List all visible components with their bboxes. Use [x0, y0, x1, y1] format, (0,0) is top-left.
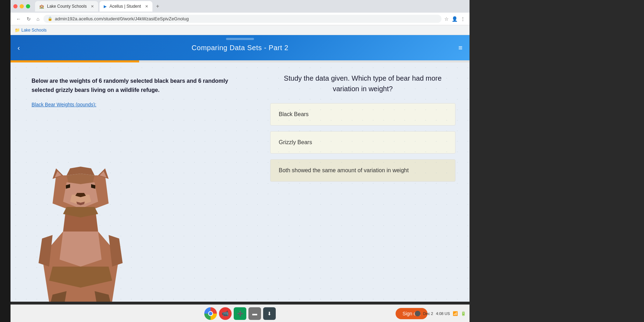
header-indicator [226, 38, 254, 40]
maximize-window-btn[interactable] [26, 4, 30, 8]
taskbar-circle-icon [415, 311, 420, 316]
svg-marker-14 [67, 174, 95, 184]
url-text: admin192a.acellus.com/student/0/work/J4k… [55, 16, 189, 21]
svg-marker-1 [60, 232, 102, 267]
bookmarks-bar: 📁 Lake Schools [11, 25, 470, 35]
taskbar-right-info: Dec 2 4:08 US 📶 🔋 [415, 311, 466, 316]
black-bear-label[interactable]: Black Bear Weights (pounds): [32, 102, 96, 107]
app-header: ‹ Comparing Data Sets - Part 2 ≡ [11, 35, 470, 60]
close-window-btn[interactable] [13, 4, 18, 8]
taskbar-date: Dec 2 [423, 311, 433, 316]
taskbar-chrome-icon[interactable] [204, 307, 217, 320]
menu-button[interactable]: ≡ [458, 44, 463, 52]
new-tab-btn[interactable]: + [154, 3, 161, 9]
answer-option-1[interactable]: Black Bears [270, 103, 456, 126]
answer-option-2-label: Grizzly Bears [279, 139, 312, 146]
taskbar-slides-icon[interactable]: ▬ [248, 307, 261, 320]
tab-close-icon[interactable]: ✕ [91, 4, 94, 9]
extensions-btn[interactable]: ☆ [444, 16, 449, 22]
left-border [0, 0, 11, 322]
taskbar-drive-icon[interactable]: ⬇ [263, 307, 276, 320]
back-nav-btn[interactable]: ← [15, 15, 22, 22]
tab-acellus-close-icon[interactable]: ✕ [145, 4, 148, 9]
address-bar: ← ↻ ⌂ 🔒 admin192a.acellus.com/student/0/… [11, 13, 470, 25]
wifi-icon: 📶 [453, 311, 458, 316]
answer-option-1-label: Black Bears [279, 111, 309, 118]
answer-option-2[interactable]: Grizzly Bears [270, 131, 456, 154]
profile-btn[interactable]: 👤 [452, 16, 458, 22]
bookmark-label[interactable]: Lake Schools [21, 28, 47, 33]
tab-acellus[interactable]: ▶ Acellus | Student ✕ [100, 1, 152, 12]
study-question: Study the data given. Which type of bear… [270, 73, 456, 94]
back-button[interactable]: ‹ [18, 44, 20, 52]
main-content: ‹ Comparing Data Sets - Part 2 ≡ Below a… [11, 35, 470, 302]
bookmark-icon: 📁 [15, 28, 20, 33]
question-area: Below are the weights of 6 randomly sele… [11, 62, 470, 302]
question-text: Below are the weights of 6 randomly sele… [32, 76, 249, 94]
right-background [470, 0, 644, 322]
taskbar-sheets-icon[interactable]: ➕ [234, 307, 246, 320]
home-btn[interactable]: ⌂ [35, 15, 41, 22]
tab-acellus-label: Acellus | Student [109, 4, 141, 9]
refresh-btn[interactable]: ↻ [25, 15, 32, 22]
taskbar: 📹 ➕ ▬ ⬇ Sign out Dec 2 4:08 US 📶 🔋 [11, 304, 470, 322]
right-panel: Study the data given. Which type of bear… [263, 62, 470, 302]
taskbar-meet-icon[interactable]: 📹 [219, 307, 232, 320]
page-title: Comparing Data Sets - Part 2 [192, 44, 288, 52]
tab-lake-county[interactable]: 🏫 Lake County Schools ✕ [35, 1, 98, 12]
left-panel: Below are the weights of 6 randomly sele… [11, 62, 263, 302]
answer-option-3[interactable]: Both showed the same amount of variation… [270, 159, 456, 182]
tab-lake-county-label: Lake County Schools [47, 4, 87, 9]
more-btn[interactable]: ⋮ [460, 16, 465, 22]
minimize-window-btn[interactable] [20, 4, 24, 8]
answer-option-3-label: Both showed the same amount of variation… [279, 167, 409, 174]
bear-svg [21, 133, 140, 302]
battery-icon: 🔋 [461, 311, 466, 316]
url-input[interactable]: 🔒 admin192a.acellus.com/student/0/work/J… [43, 15, 441, 23]
bear-image [21, 133, 140, 302]
taskbar-time: 4:08 US [436, 311, 450, 316]
tab-bar: 🏫 Lake County Schools ✕ ▶ Acellus | Stud… [11, 0, 470, 13]
